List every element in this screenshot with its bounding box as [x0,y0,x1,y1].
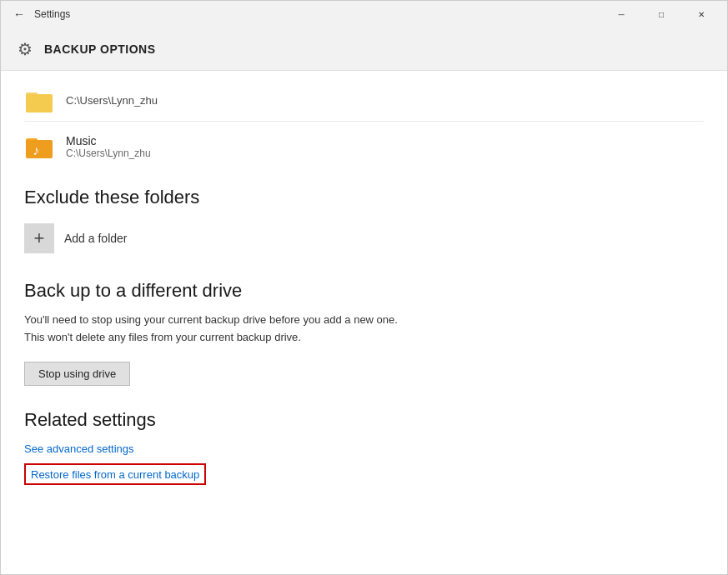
music-folder-path: C:\Users\Lynn_zhu [66,148,151,159]
advanced-settings-link[interactable]: See advanced settings [24,442,704,455]
music-folder-icon: ♪ [24,132,54,162]
restore-link-highlight-box: Restore files from a current backup [24,463,206,485]
folder-icon [24,86,54,116]
content-area: C:\Users\Lynn_zhu ♪ Music C:\Users\Lynn_… [1,71,727,574]
music-folder-text: Music C:\Users\Lynn_zhu [66,134,151,159]
titlebar: ← Settings ─ □ ✕ [1,1,727,28]
music-folder-name: Music [66,134,151,148]
window-title: Settings [34,8,70,20]
window-controls: ─ □ ✕ [602,1,720,28]
add-folder-button[interactable]: + Add a folder [24,220,704,257]
maximize-button[interactable]: □ [642,1,680,28]
back-button[interactable]: ← [8,2,31,26]
related-settings-heading: Related settings [24,409,704,431]
minimize-button[interactable]: ─ [602,1,640,28]
music-folder-item: ♪ Music C:\Users\Lynn_zhu [24,125,704,168]
backup-drive-heading: Back up to a different drive [24,280,704,302]
partial-folder-item: C:\Users\Lynn_zhu [24,81,704,122]
page-title: BACKUP OPTIONS [44,42,156,56]
back-icon: ← [13,8,25,21]
window: ← Settings ─ □ ✕ ⚙ BACKUP OPTIONS C:\Use… [0,0,728,575]
add-folder-label: Add a folder [64,232,128,245]
plus-icon: + [24,223,54,253]
backup-drive-description: You'll need to stop using your current b… [24,312,408,347]
svg-rect-5 [26,140,53,158]
svg-rect-2 [26,94,53,112]
close-button[interactable]: ✕ [682,1,720,28]
svg-text:♪: ♪ [33,143,39,158]
exclude-section-heading: Exclude these folders [24,187,704,208]
partial-folder-path: C:\Users\Lynn_zhu [66,93,158,108]
page-header: ⚙ BACKUP OPTIONS [1,28,727,71]
gear-icon: ⚙ [18,39,33,59]
stop-using-drive-button[interactable]: Stop using drive [24,362,130,386]
restore-files-link[interactable]: Restore files from a current backup [31,468,199,481]
